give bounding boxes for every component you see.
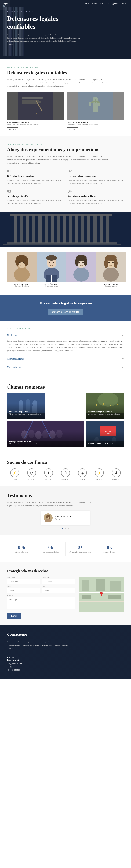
- contacto-info-2: info@ejemplo.com: [7, 666, 124, 668]
- defensores-label: SUS DEFENSORES DE CONFIANZA: [7, 143, 124, 145]
- svg-point-84: [104, 258, 108, 268]
- form-input-firstname[interactable]: [7, 579, 40, 584]
- testimonios-text: Lorem ipsum dolor sit amet, consectetur …: [7, 501, 94, 507]
- team-grid: CELIA ALMEDA Gerencia de oficina: [7, 252, 124, 289]
- svg-point-74: [73, 268, 89, 282]
- stat-label-3: Documentos firmados de éxito: [68, 551, 92, 553]
- defensor-text-3: Lorem ipsum dolor sit amet, consectetur …: [7, 199, 63, 205]
- socio-name-2: CONTACT: [27, 478, 36, 480]
- svg-rect-15: [18, 92, 53, 120]
- building-svg: [0, 212, 131, 247]
- card2-btn[interactable]: Leer más: [67, 127, 78, 131]
- reunion-overlay-4: MARCH FOR OUR LIVES: [86, 421, 124, 447]
- soluciones-title: Defensores legales confiables: [7, 70, 124, 75]
- reunion-card-1: Sus socios de justicia At vero eos et ac…: [7, 393, 45, 419]
- hero-text: Lorem ipsum dolor sit amet, consectetur …: [7, 33, 80, 45]
- svg-point-61: [24, 257, 28, 266]
- card1-caption: Excelencia legal asegurada: [7, 121, 64, 123]
- svg-point-86: [108, 262, 110, 263]
- nav-pricing[interactable]: Pricing Plan: [107, 2, 118, 5]
- defensor-text-1: Lorem ipsum dolor sit amet, consectetur …: [7, 179, 63, 185]
- svg-point-68: [49, 262, 50, 263]
- testimonios-section: Testimonios Lorem ipsum dolor sit amet, …: [0, 486, 131, 535]
- svg-rect-16: [22, 97, 43, 98]
- accordion-civil-header[interactable]: Civil Law ∧: [7, 331, 124, 339]
- accordion-criminal-header[interactable]: Criminal Defense ∨: [7, 355, 124, 363]
- nav-dot-3[interactable]: [68, 528, 69, 529]
- form-layout: First Name Last Name Email Phone: [7, 577, 124, 619]
- socio-name-1: CONTACT: [10, 478, 19, 480]
- defensor-text-2: Lorem ipsum dolor sit amet, consectetur …: [68, 179, 124, 185]
- svg-point-60: [15, 257, 20, 266]
- defensores-text: Lorem ipsum dolor sit amet, consectetur …: [7, 155, 108, 164]
- accordion-criminal: Criminal Defense ∨: [7, 355, 124, 363]
- form-row-message: Message: [7, 595, 75, 610]
- reunion-sub-2: At vero eos et accusam et justo duo dolo…: [88, 413, 122, 417]
- socio-1: ⚡ CONTACT: [10, 468, 19, 480]
- testimonio-face-svg: [44, 514, 53, 522]
- nav-contact[interactable]: Contact: [121, 2, 128, 5]
- svg-rect-18: [22, 101, 41, 102]
- testimonio-avatar: [44, 514, 53, 522]
- cta-title: Tus escudos legales te esperan: [7, 301, 124, 306]
- form-left: First Name Last Name Email Phone: [7, 577, 75, 619]
- form-input-email[interactable]: [7, 588, 40, 593]
- form-input-phone[interactable]: [42, 588, 75, 593]
- socio-2: ◎ CONTACT: [27, 468, 36, 480]
- accordion-civil-content: Lorem ipsum dolor sit amet, consectetur …: [7, 339, 124, 355]
- card1-btn[interactable]: Leer más: [7, 127, 18, 131]
- reunion-overlay-2: Soluciones legales expertas At vero eos …: [86, 393, 124, 419]
- svg-point-77: [84, 258, 87, 266]
- servicios-section: NUESTROS SERVICIOS Civil Law ∧ Lorem ips…: [0, 321, 131, 378]
- svg-rect-71: [51, 275, 53, 282]
- form-label-message: Message: [7, 595, 75, 597]
- hero-title: Defensores legales confiables: [7, 15, 84, 31]
- stat-num-2: 0k: [39, 545, 63, 550]
- nav-dot-2[interactable]: [65, 528, 66, 529]
- form-field-email: Email: [7, 586, 40, 593]
- soluciones-card-1: Excelencia legal asegurada Sample text. …: [7, 92, 64, 131]
- svg-point-78: [78, 262, 80, 263]
- form-field-message: Message: [7, 595, 75, 610]
- nav-faq[interactable]: FAQ: [100, 2, 104, 5]
- nav-logo[interactable]: logo: [3, 2, 7, 5]
- testimonio-info: NAT REYNOLDS Gerente: [55, 516, 71, 520]
- hero-tag: JUSTICIA Y PROTECCIÓN: [7, 10, 124, 12]
- form-map: [78, 577, 124, 619]
- nat-face-svg: [96, 252, 126, 282]
- svg-rect-29: [95, 99, 96, 103]
- celia-face-svg: [7, 252, 37, 282]
- team-member-3: [66, 252, 96, 289]
- svg-rect-17: [22, 99, 39, 101]
- reunion-card-3: Protegiendo sus derechos Al vero eos et …: [7, 421, 85, 447]
- servicios-label: NUESTROS SERVICIOS: [7, 328, 124, 330]
- defensores-section: SUS DEFENSORES DE CONFIANZA Abogados exp…: [0, 136, 131, 212]
- stat-num-4: 0k: [98, 545, 121, 550]
- nav-about[interactable]: About: [92, 2, 97, 5]
- accordion-corporate-title: Corporate Law: [7, 366, 22, 369]
- form-input-message[interactable]: [7, 597, 75, 610]
- svg-point-82: [103, 268, 119, 282]
- form-field-lastname: Last Name: [42, 577, 75, 584]
- form-submit-button[interactable]: Enviar: [7, 613, 21, 619]
- svg-rect-137: [96, 579, 105, 591]
- defensor-title-1: Defendiendo sus derechos: [7, 175, 63, 178]
- team-member-jack: JACK ÁLVAREZ Gerente de ventas: [37, 252, 66, 289]
- form-input-lastname[interactable]: [42, 579, 75, 584]
- team-role-celia: Gerencia de oficina: [7, 285, 37, 287]
- accordion-corporate-header[interactable]: Corporate Law ∨: [7, 363, 124, 372]
- accordion-civil-title: Civil Law: [7, 334, 17, 337]
- jack-face-svg: [37, 252, 66, 282]
- svg-rect-133: [78, 601, 124, 602]
- form-label-lastname: Last Name: [42, 577, 75, 579]
- nav-home[interactable]: Home: [84, 2, 89, 5]
- socios-grid: ⚡ CONTACT ◎ CONTACT ✦ CONTACT ⬡ CONTACT …: [7, 468, 124, 480]
- svg-rect-139: [82, 595, 91, 599]
- nav-dot-1[interactable]: [62, 528, 63, 529]
- cta-button[interactable]: Obtenga su consulta gratuita: [48, 309, 83, 315]
- reuniones-grid: Sus socios de justicia At vero eos et ac…: [7, 393, 124, 447]
- svg-point-87: [112, 262, 113, 263]
- contacto-text: Lorem ipsum dolor sit amet, consectetur …: [7, 640, 73, 650]
- form-title: Protegiendo sus derechos: [7, 568, 124, 573]
- socio-icon-4: ⬡: [61, 468, 70, 477]
